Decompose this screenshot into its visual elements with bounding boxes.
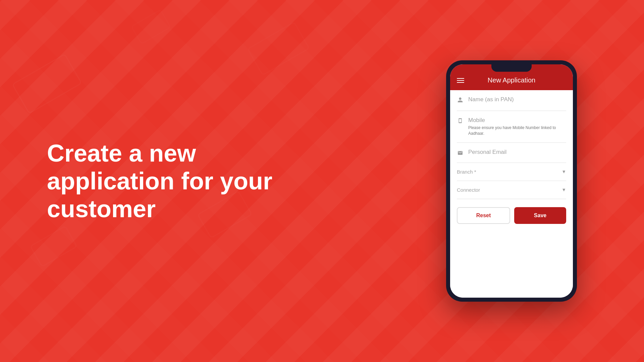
name-field-content: Name (as in PAN)	[468, 96, 566, 103]
person-icon	[457, 97, 464, 105]
mobile-field[interactable]: Mobile Please ensure you have Mobile Num…	[457, 111, 566, 143]
connector-chevron-icon: ▼	[561, 187, 566, 192]
hero-section: Create a new application for your custom…	[47, 139, 272, 223]
branch-dropdown[interactable]: Branch * ▼	[457, 163, 566, 181]
mobile-icon	[457, 118, 464, 125]
button-row: Reset Save	[457, 199, 566, 227]
form-area: Name (as in PAN) Mobile Please ensure yo…	[450, 90, 573, 298]
email-field[interactable]: Personal Email	[457, 143, 566, 163]
mobile-placeholder: Mobile	[468, 117, 566, 124]
connector-label: Connector	[457, 187, 480, 193]
name-field[interactable]: Name (as in PAN)	[457, 90, 566, 111]
mobile-hint: Please ensure you have Mobile Number lin…	[468, 125, 566, 136]
email-placeholder: Personal Email	[468, 149, 566, 156]
phone-frame: New Application Name (as in PAN)	[446, 60, 577, 302]
save-button[interactable]: Save	[514, 207, 566, 224]
name-placeholder: Name (as in PAN)	[468, 96, 566, 103]
phone-mockup: New Application Name (as in PAN)	[446, 60, 577, 302]
branch-chevron-icon: ▼	[561, 169, 566, 174]
phone-screen: New Application Name (as in PAN)	[450, 64, 573, 298]
email-icon	[457, 149, 464, 157]
reset-button[interactable]: Reset	[457, 207, 510, 224]
branch-label: Branch *	[457, 169, 476, 175]
phone-notch	[491, 64, 532, 72]
hamburger-menu-icon[interactable]	[457, 78, 464, 83]
app-title: New Application	[470, 76, 553, 84]
email-field-content: Personal Email	[468, 149, 566, 156]
mobile-field-content: Mobile Please ensure you have Mobile Num…	[468, 117, 566, 136]
connector-dropdown[interactable]: Connector ▼	[457, 181, 566, 199]
hero-text: Create a new application for your custom…	[47, 139, 272, 223]
